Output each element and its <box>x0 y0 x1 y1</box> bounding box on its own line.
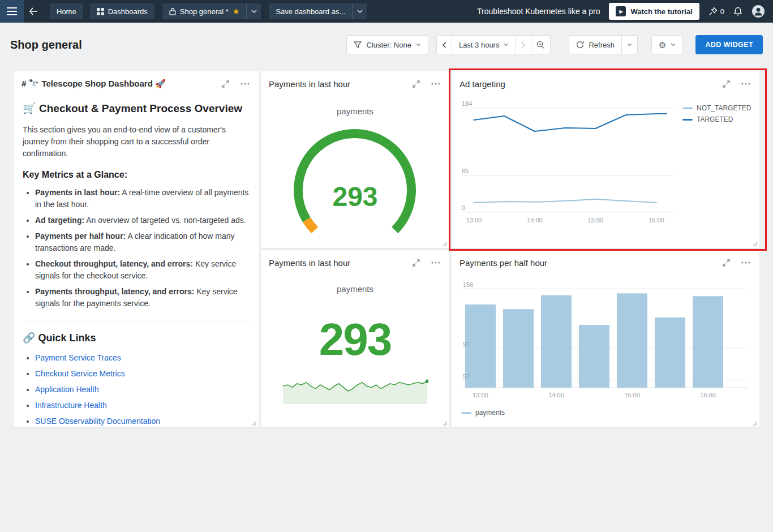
topbar: Home Dashboards Shop general * ★ Save da… <box>0 0 773 23</box>
quick-link-item: Application Health <box>35 384 250 396</box>
expand-widget-button[interactable] <box>722 79 731 89</box>
watch-tutorial-button[interactable]: ▶ Watch the tutorial <box>609 3 699 20</box>
time-range-control: Last 3 hours <box>436 35 551 54</box>
pin-count: 0 <box>720 7 724 16</box>
expand-widget-button[interactable] <box>221 79 230 89</box>
svg-text:13:00: 13:00 <box>473 392 488 398</box>
pushpin-icon <box>708 7 718 16</box>
svg-text:92: 92 <box>463 341 470 347</box>
ad-targeting-legend: NOT_TARGETEDTARGETED <box>682 104 751 123</box>
time-range-button[interactable]: Last 3 hours <box>452 35 517 54</box>
widget-ad-targeting: Ad targeting 18465013:0014:0015:0016:00 … <box>452 71 759 248</box>
expand-icon <box>222 80 229 88</box>
dashboard-settings-button[interactable]: ⚙ <box>651 35 683 54</box>
lock-icon <box>169 7 176 15</box>
chevron-left-icon <box>442 42 446 48</box>
widget-payments-per-half-hour: Payments per half hour 156925713:0014:00… <box>452 250 759 427</box>
time-prev-button[interactable] <box>436 35 452 54</box>
widget-title: Ad targeting <box>459 79 505 89</box>
widget-menu-button[interactable] <box>430 260 441 265</box>
pinned-items-button[interactable]: 0 <box>708 7 724 16</box>
metric-item: Payments throughput, latency, and errors… <box>35 286 250 310</box>
legend-label: NOT_TARGETED <box>697 104 751 112</box>
add-widget-button[interactable]: ADD WIDGET <box>695 35 763 54</box>
widget-header: Ad targeting <box>452 71 759 96</box>
widget-overview-card: # 🔭 Telescope Shop Dashboard 🚀 🛒 Checkou… <box>14 71 259 427</box>
overview-intro: This section gives you an end-to-end vie… <box>23 124 250 160</box>
chevron-right-icon <box>521 42 526 48</box>
resize-handle[interactable] <box>443 242 448 247</box>
dashboard-switcher-chevron[interactable] <box>246 3 261 19</box>
refresh-options-chevron[interactable] <box>622 35 638 54</box>
favorite-star-icon: ★ <box>233 7 240 15</box>
payments-gauge-value: 293 <box>261 181 449 212</box>
number-series-label: payments <box>261 284 449 294</box>
widget-header: Payments in last hour <box>261 250 449 275</box>
refresh-button[interactable]: Refresh <box>569 35 622 54</box>
chevron-down-icon <box>416 43 421 46</box>
svg-text:15:00: 15:00 <box>624 392 640 398</box>
cluster-filter-label: Cluster: None <box>366 41 411 49</box>
widget-title: Payments in last hour <box>269 258 350 268</box>
resize-handle[interactable] <box>753 242 758 247</box>
expand-icon <box>723 80 730 88</box>
svg-text:14:00: 14:00 <box>548 392 564 398</box>
quick-link-item: SUSE Observability Documentation <box>35 415 250 427</box>
back-button[interactable] <box>24 0 43 23</box>
ellipsis-icon <box>431 261 440 264</box>
svg-text:65: 65 <box>462 168 469 174</box>
back-arrow-icon <box>29 7 38 15</box>
cluster-filter-button[interactable]: Cluster: None <box>346 35 428 54</box>
resize-handle[interactable] <box>252 421 257 426</box>
legend-swatch <box>682 108 693 109</box>
legend-item[interactable]: NOT_TARGETED <box>682 104 751 112</box>
quick-link[interactable]: SUSE Observability Documentation <box>35 417 160 426</box>
expand-icon <box>723 259 730 267</box>
widget-menu-button[interactable] <box>239 81 251 86</box>
legend-label: TARGETED <box>697 115 733 123</box>
chevron-down-icon <box>627 43 632 46</box>
quick-link[interactable]: Application Health <box>35 385 99 394</box>
expand-widget-button[interactable] <box>411 79 421 89</box>
widget-title: # 🔭 Telescope Shop Dashboard 🚀 <box>22 79 166 89</box>
dashboards-grid-icon <box>97 8 104 15</box>
ellipsis-icon <box>741 261 750 264</box>
resize-handle[interactable] <box>443 421 448 426</box>
quick-link[interactable]: Checkout Service Metrics <box>35 369 125 378</box>
gauge-series-label: payments <box>261 106 449 116</box>
time-next-button[interactable] <box>516 35 531 54</box>
legend-item[interactable]: payments <box>461 409 505 417</box>
widget-menu-button[interactable] <box>430 81 441 86</box>
quick-link[interactable]: Infrastructure Health <box>35 401 107 410</box>
widget-menu-button[interactable] <box>740 260 751 265</box>
save-dashboard-chevron[interactable] <box>352 3 367 19</box>
resize-handle[interactable] <box>753 421 758 426</box>
zoom-out-time-button[interactable] <box>531 35 551 54</box>
overview-heading: 🛒 Checkout & Payment Process Overview <box>23 102 250 115</box>
current-dashboard-button[interactable]: Shop general * ★ <box>162 3 247 19</box>
widget-menu-button[interactable] <box>740 81 751 86</box>
dashboards-button[interactable]: Dashboards <box>90 3 154 19</box>
home-button[interactable]: Home <box>50 3 83 19</box>
markdown-content: 🛒 Checkout & Payment Process Overview Th… <box>14 102 259 427</box>
svg-text:0: 0 <box>462 204 465 211</box>
notifications-button[interactable] <box>733 7 742 16</box>
legend-label: payments <box>475 409 505 417</box>
legend-item[interactable]: TARGETED <box>682 115 751 123</box>
expand-widget-button[interactable] <box>722 258 731 268</box>
payments-gauge-svg <box>261 121 449 240</box>
quick-links-list: Payment Service TracesCheckout Service M… <box>23 352 250 427</box>
user-avatar-button[interactable] <box>751 5 765 18</box>
quick-link[interactable]: Payment Service Traces <box>35 353 121 362</box>
hamburger-menu-button[interactable] <box>0 0 24 23</box>
expand-widget-button[interactable] <box>411 258 421 268</box>
save-as-label: Save dashboard as... <box>276 7 345 16</box>
quick-link-item: Payment Service Traces <box>35 352 250 364</box>
svg-text:156: 156 <box>463 281 473 288</box>
widget-payments-number: Payments in last hour payments 293 <box>261 250 449 427</box>
topbar-right: Troubleshoot Kubernetes like a pro ▶ Wat… <box>477 3 773 20</box>
save-dashboard-as-button[interactable]: Save dashboard as... <box>269 3 352 19</box>
metric-item: Checkout throughput, latency, and errors… <box>35 258 250 282</box>
save-dashboard-split: Save dashboard as... <box>269 3 367 19</box>
svg-text:14:00: 14:00 <box>527 217 543 224</box>
